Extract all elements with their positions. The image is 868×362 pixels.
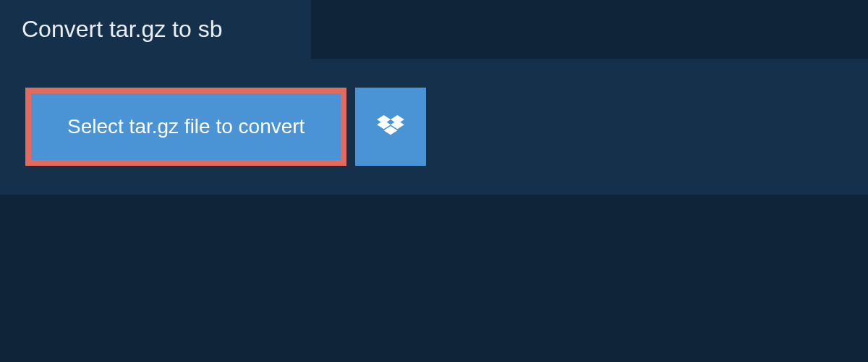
page-title: Convert tar.gz to sb (22, 16, 289, 43)
dropbox-button[interactable] (355, 88, 426, 166)
button-row: Select tar.gz file to convert (25, 88, 843, 166)
content-panel: Select tar.gz file to convert (0, 59, 868, 195)
select-file-button[interactable]: Select tar.gz file to convert (31, 93, 341, 160)
dropbox-icon (377, 115, 404, 138)
select-file-highlight-wrapper: Select tar.gz file to convert (25, 88, 346, 166)
header-tab: Convert tar.gz to sb (0, 0, 311, 59)
